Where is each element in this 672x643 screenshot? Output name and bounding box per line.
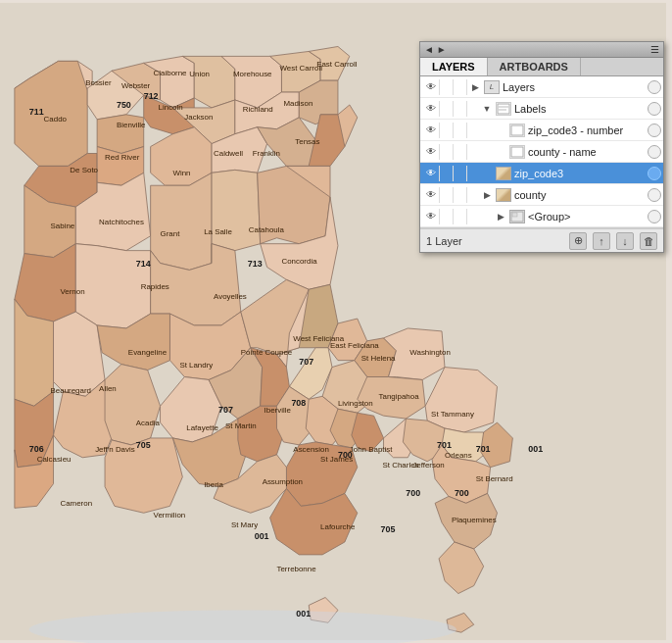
lock-col bbox=[440, 144, 454, 160]
blank-col bbox=[454, 166, 467, 181]
layer-name: county - name bbox=[528, 146, 646, 158]
visibility-circle[interactable] bbox=[648, 102, 661, 116]
lock-col bbox=[440, 101, 454, 117]
new-layer-button[interactable]: ⊕ bbox=[569, 232, 587, 250]
arrow-icon[interactable]: ▶ bbox=[481, 189, 493, 201]
tab-layers[interactable]: LAYERS bbox=[420, 58, 488, 75]
arrow-icon: ▶ bbox=[481, 168, 493, 179]
panel-footer: 1 Layer ⊕ ↑ ↓ 🗑 bbox=[420, 228, 663, 252]
arrow-icon: ▶ bbox=[495, 146, 506, 158]
arrow-icon[interactable]: ▶ bbox=[469, 81, 481, 93]
lock-col bbox=[440, 166, 454, 181]
eye-icon[interactable]: 👁 bbox=[422, 144, 440, 160]
arrow-icon: ▶ bbox=[495, 124, 506, 136]
panel-titlebar: ◄ ► ☰ bbox=[420, 42, 663, 58]
layer-content: ▶ county - name bbox=[467, 145, 646, 159]
layer-content: ▶ L Layers bbox=[467, 80, 646, 94]
panel-titlebar-controls: ◄ ► bbox=[424, 44, 447, 55]
layer-content: ▼ Labels bbox=[467, 102, 646, 116]
layer-row-layers-root[interactable]: 👁 ▶ L Layers bbox=[420, 76, 663, 98]
svg-marker-11 bbox=[97, 115, 144, 154]
visibility-circle[interactable] bbox=[648, 210, 661, 223]
layer-count-text: 1 Layer bbox=[426, 235, 563, 247]
layer-row-labels[interactable]: 👁 ▼ Labels bbox=[420, 98, 663, 120]
visibility-circle[interactable] bbox=[648, 167, 661, 180]
eye-icon[interactable]: 👁 bbox=[422, 101, 440, 117]
lock-col bbox=[440, 209, 454, 224]
panel-tabs: LAYERS ARTBOARDS bbox=[420, 58, 663, 76]
layer-thumbnail bbox=[496, 167, 511, 180]
layer-thumbnail: L bbox=[484, 80, 500, 94]
eye-icon[interactable]: 👁 bbox=[422, 166, 440, 181]
eye-icon[interactable]: 👁 bbox=[422, 209, 440, 224]
layer-thumbnail bbox=[496, 102, 511, 116]
layer-thumbnail bbox=[509, 210, 525, 223]
arrow-icon[interactable]: ▶ bbox=[495, 211, 506, 223]
layer-content: ▶ zip_code3 - number bbox=[467, 124, 646, 137]
layer-row-zip-code3[interactable]: 👁 ▶ zip_code3 bbox=[420, 163, 663, 184]
layer-name: Labels bbox=[514, 103, 646, 115]
svg-rect-159 bbox=[512, 213, 517, 217]
eye-icon[interactable]: 👁 bbox=[422, 187, 440, 203]
arrow-icon[interactable]: ▼ bbox=[481, 103, 493, 115]
layer-content: ▶ county bbox=[467, 188, 646, 202]
layer-thumbnail bbox=[496, 188, 511, 202]
blank-col bbox=[454, 209, 467, 224]
svg-rect-153 bbox=[498, 104, 509, 114]
layer-name: county bbox=[514, 189, 646, 201]
collapse-icon[interactable]: ◄ ► bbox=[424, 44, 447, 55]
layers-list: 👁 ▶ L Layers 👁 ▼ Labels bbox=[420, 76, 663, 228]
layer-row-group[interactable]: 👁 ▶ <Group> bbox=[420, 206, 663, 227]
layer-row-zip-number[interactable]: 👁 ▶ zip_code3 - number bbox=[420, 120, 663, 141]
blank-col bbox=[454, 123, 467, 138]
layer-name: zip_code3 bbox=[514, 168, 646, 179]
visibility-circle[interactable] bbox=[648, 124, 661, 137]
layer-name: zip_code3 - number bbox=[528, 124, 646, 136]
svg-rect-156 bbox=[511, 125, 523, 135]
layer-name: Layers bbox=[503, 81, 646, 93]
svg-rect-157 bbox=[511, 147, 523, 157]
visibility-circle[interactable] bbox=[648, 80, 661, 94]
lock-col bbox=[440, 79, 454, 95]
blank-col bbox=[454, 101, 467, 117]
layer-name: <Group> bbox=[528, 211, 646, 223]
visibility-circle[interactable] bbox=[648, 145, 661, 159]
panel-menu-icon[interactable]: ☰ bbox=[650, 44, 659, 55]
move-down-button[interactable]: ↓ bbox=[616, 232, 634, 250]
blank-col bbox=[454, 144, 467, 160]
blank-col bbox=[454, 187, 467, 203]
svg-marker-25 bbox=[151, 173, 212, 270]
layer-row-county-name[interactable]: 👁 ▶ county - name bbox=[420, 141, 663, 163]
delete-layer-button[interactable]: 🗑 bbox=[640, 232, 657, 250]
layers-panel: ◄ ► ☰ LAYERS ARTBOARDS 👁 ▶ L Layers 👁 bbox=[419, 41, 664, 253]
layer-thumbnail bbox=[509, 145, 525, 159]
lock-col bbox=[440, 187, 454, 203]
blank-col bbox=[454, 79, 467, 95]
layer-row-county[interactable]: 👁 ▶ county bbox=[420, 184, 663, 206]
visibility-circle[interactable] bbox=[648, 188, 661, 202]
lock-col bbox=[440, 123, 454, 138]
layer-content: ▶ zip_code3 bbox=[467, 167, 646, 180]
eye-icon[interactable]: 👁 bbox=[422, 123, 440, 138]
layer-content: ▶ <Group> bbox=[467, 210, 646, 223]
layer-thumbnail bbox=[509, 124, 525, 137]
svg-marker-53 bbox=[105, 438, 182, 513]
svg-marker-29 bbox=[75, 244, 150, 328]
tab-artboards[interactable]: ARTBOARDS bbox=[488, 58, 581, 75]
eye-icon[interactable]: 👁 bbox=[422, 79, 440, 95]
move-up-button[interactable]: ↑ bbox=[593, 232, 610, 250]
